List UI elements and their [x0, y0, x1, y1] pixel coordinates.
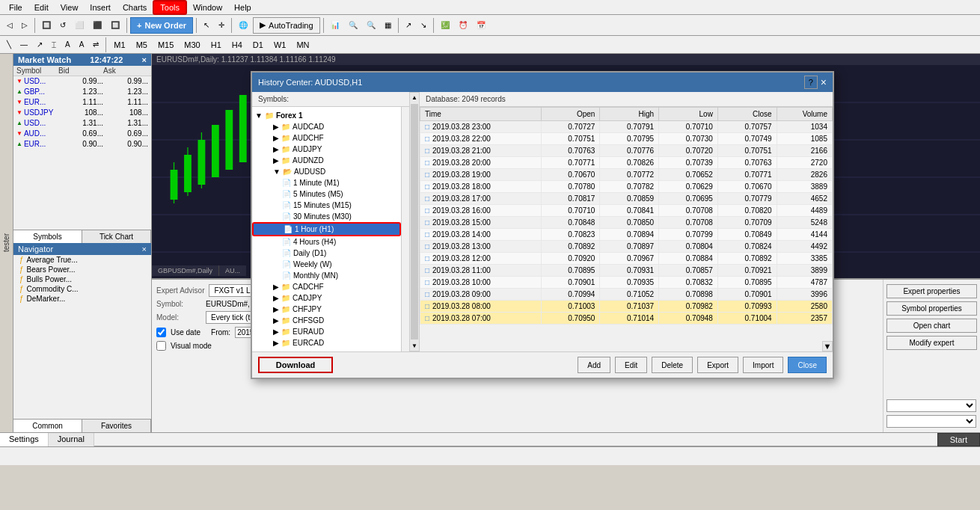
cell-volume-11: 3385	[777, 253, 832, 265]
cell-time-12: □2019.03.28 11:00	[420, 265, 542, 277]
tree-item-18[interactable]: ▶ 📁 EURAUD	[252, 326, 401, 337]
cell-high-1: 0.70795	[600, 133, 659, 145]
cell-low-0: 0.70710	[659, 121, 718, 133]
symbols-label: Symbols:	[252, 92, 409, 107]
tree-scrollbar[interactable]: ▲ ▼	[409, 92, 420, 351]
tree-doc-icon-9: 📄	[284, 225, 293, 233]
cell-high-5: 0.70782	[600, 181, 659, 193]
tree-label-4: AUDUSD	[294, 168, 325, 176]
cell-time-11: □2019.03.28 12:00	[420, 253, 542, 265]
cell-time-7: □2019.03.28 16:00	[420, 205, 542, 217]
table-row[interactable]: □2019.03.28 11:00 0.70895 0.70931 0.7085…	[420, 265, 833, 277]
cell-low-16: 0.70948	[659, 313, 718, 325]
delete-button[interactable]: Delete	[652, 357, 693, 373]
tree-label-17: CHFSGD	[293, 316, 324, 325]
modal-help-button[interactable]: ?	[804, 76, 818, 89]
table-row[interactable]: □2019.03.28 16:00 0.70710 0.70841 0.7070…	[420, 205, 833, 217]
table-row[interactable]: □2019.03.28 15:00 0.70848 0.70850 0.7070…	[420, 217, 833, 229]
table-row[interactable]: □2019.03.28 08:00 0.71003 0.71037 0.7098…	[420, 301, 833, 313]
data-table: Time Open High Low Close Volume □2019.03…	[420, 107, 833, 325]
cell-high-16: 0.71014	[600, 313, 659, 325]
import-button[interactable]: Import	[743, 357, 783, 373]
cell-low-3: 0.70739	[659, 157, 718, 169]
cell-close-15: 0.70993	[717, 301, 777, 313]
tree-item-3[interactable]: ▶ 📁 AUDNZD	[252, 155, 401, 166]
modal-overlay: History Center: AUDUSD,H1 ? × Symbols: ▼…	[0, 0, 980, 510]
table-row[interactable]: □2019.03.28 19:00 0.70670 0.70772 0.7065…	[420, 169, 833, 181]
close-button[interactable]: Close	[788, 357, 827, 373]
tree-item-17[interactable]: ▶ 📁 CHFSGD	[252, 315, 401, 326]
cell-open-9: 0.70823	[541, 229, 600, 241]
add-button[interactable]: Add	[578, 357, 610, 373]
cell-close-12: 0.70921	[717, 265, 777, 277]
cell-open-2: 0.70763	[541, 145, 600, 157]
cell-time-2: □2019.03.28 21:00	[420, 145, 542, 157]
table-row[interactable]: □2019.03.28 12:00 0.70920 0.70967 0.7088…	[420, 253, 833, 265]
table-row[interactable]: □2019.03.28 14:00 0.70823 0.70894 0.7079…	[420, 229, 833, 241]
tree-item-11[interactable]: 📄 Daily (D1)	[252, 248, 401, 259]
cell-close-13: 0.70895	[717, 277, 777, 289]
table-row[interactable]: □2019.03.28 22:00 0.70751 0.70795 0.7073…	[420, 133, 833, 145]
cell-time-10: □2019.03.28 13:00	[420, 241, 542, 253]
db-info: Database: 2049 records	[420, 92, 833, 107]
table-row[interactable]: □2019.03.28 09:00 0.70994 0.71052 0.7089…	[420, 289, 833, 301]
data-table-wrap[interactable]: Time Open High Low Close Volume □2019.03…	[420, 107, 833, 341]
tree-item-10[interactable]: 📄 4 Hours (H4)	[252, 236, 401, 248]
edit-button[interactable]: Edit	[615, 357, 647, 373]
row-icon-14: □	[425, 290, 429, 298]
table-scroll-btn[interactable]: ▼	[822, 341, 833, 351]
tree-item-13[interactable]: 📄 Monthly (MN)	[252, 270, 401, 281]
table-row[interactable]: □2019.03.28 13:00 0.70892 0.70897 0.7080…	[420, 241, 833, 253]
tree-item-1[interactable]: ▶ 📁 AUDCHF	[252, 132, 401, 144]
tree-item-12[interactable]: 📄 Weekly (W)	[252, 259, 401, 270]
tree-item-5[interactable]: 📄 1 Minute (M1)	[252, 177, 401, 188]
cell-close-4: 0.70771	[717, 169, 777, 181]
tree-label-0: AUDCAD	[293, 123, 324, 131]
tree-item-6[interactable]: 📄 5 Minutes (M5)	[252, 188, 401, 200]
scroll-up[interactable]: ▲	[410, 93, 419, 102]
export-button[interactable]: Export	[697, 357, 738, 373]
tree-item-4[interactable]: ▼ 📂 AUDUSD	[252, 166, 401, 177]
cell-high-7: 0.70841	[600, 205, 659, 217]
modal-close-button[interactable]: ×	[821, 76, 827, 89]
tree-label-12: Weekly (W)	[293, 260, 331, 268]
cell-volume-5: 3889	[777, 181, 832, 193]
tree-item-16[interactable]: ▶ 📁 CHFJPY	[252, 304, 401, 315]
tree-item-0[interactable]: ▶ 📁 AUDCAD	[252, 121, 401, 132]
tree-folder-icon-14: 📁	[281, 283, 290, 291]
modal-header-buttons: ? ×	[804, 76, 827, 89]
tree-root[interactable]: ▼ 📁 Forex 1	[252, 110, 401, 121]
tree-item-9[interactable]: 📄 1 Hour (H1)	[252, 222, 401, 236]
tree-item-19[interactable]: ▶ 📁 EURCAD	[252, 337, 401, 348]
table-row[interactable]: □2019.03.28 07:00 0.70950 0.71014 0.7094…	[420, 313, 833, 325]
tree-item-15[interactable]: ▶ 📁 CADJPY	[252, 292, 401, 304]
tree-folder-icon-4: 📂	[283, 168, 292, 176]
tree-label-3: AUDNZD	[293, 156, 324, 165]
tree-expand-4: ▼	[273, 168, 281, 176]
cell-close-0: 0.70757	[717, 121, 777, 133]
row-icon-10: □	[425, 242, 429, 251]
tree-doc-icon-10: 📄	[282, 238, 291, 246]
table-row[interactable]: □2019.03.28 10:00 0.70901 0.70935 0.7083…	[420, 277, 833, 289]
cell-high-0: 0.70791	[600, 121, 659, 133]
cell-low-14: 0.70898	[659, 289, 718, 301]
tree-item-14[interactable]: ▶ 📁 CADCHF	[252, 281, 401, 292]
cell-volume-6: 4652	[777, 193, 832, 205]
cell-high-12: 0.70931	[600, 265, 659, 277]
table-row[interactable]: □2019.03.28 20:00 0.70771 0.70826 0.7073…	[420, 157, 833, 169]
table-row[interactable]: □2019.03.28 17:00 0.70817 0.70859 0.7069…	[420, 193, 833, 205]
tree-item-2[interactable]: ▶ 📁 AUDJPY	[252, 144, 401, 155]
table-row[interactable]: □2019.03.28 23:00 0.70727 0.70791 0.7071…	[420, 121, 833, 133]
download-button[interactable]: Download	[258, 357, 333, 373]
tree-item-7[interactable]: 📄 15 Minutes (M15)	[252, 200, 401, 211]
scroll-thumb[interactable]	[411, 104, 418, 340]
table-row[interactable]: □2019.03.28 18:00 0.70780 0.70782 0.7062…	[420, 181, 833, 193]
tree-item-8[interactable]: 📄 30 Minutes (M30)	[252, 211, 401, 222]
table-row[interactable]: □2019.03.28 21:00 0.70763 0.70776 0.7072…	[420, 145, 833, 157]
table-header-row: Time Open High Low Close Volume	[420, 108, 833, 121]
cell-time-1: □2019.03.28 22:00	[420, 133, 542, 145]
scroll-down[interactable]: ▼	[410, 341, 419, 351]
tree-expand-15: ▶	[273, 294, 279, 302]
cell-high-3: 0.70826	[600, 157, 659, 169]
tree-label-19: EURCAD	[293, 339, 324, 347]
